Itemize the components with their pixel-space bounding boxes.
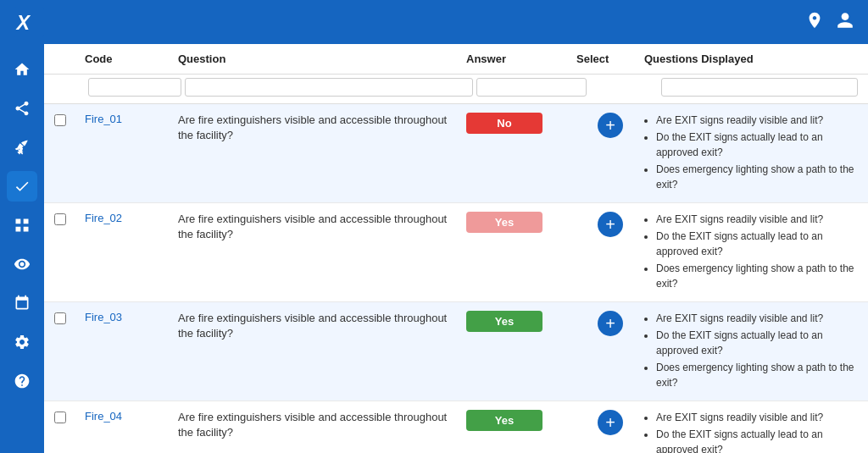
header-question: Question [178,52,466,65]
sidebar-item-calendar[interactable] [7,288,37,318]
row-questions-Fire_04: Are EXIT signs readily visible and lit?D… [644,410,858,453]
row-checkbox-col [54,410,85,423]
sidebar-item-settings[interactable] [7,327,37,357]
table-row: Fire_01 Are fire extinguishers visible a… [44,104,868,203]
row-checkbox-Fire_02[interactable] [54,213,66,225]
app-logo: X [14,7,44,37]
answer-badge-Fire_01: No [466,113,542,134]
row-question-Fire_03: Are fire extinguishers visible and acces… [178,311,466,341]
location-icon[interactable] [805,11,824,34]
sidebar [0,44,44,453]
svg-text:X: X [15,12,31,34]
row-question-Fire_04: Are fire extinguishers visible and acces… [178,410,466,440]
answer-badge-Fire_04: Yes [466,410,542,431]
row-answer-Fire_03: Yes [466,311,576,332]
sidebar-item-share[interactable] [7,93,37,124]
top-nav-icons [805,11,854,34]
filter-questions-input[interactable] [661,78,858,97]
header-checkbox-col [54,52,85,65]
answer-badge-Fire_02: Yes [466,212,542,233]
row-code-Fire_04[interactable]: Fire_04 [85,410,178,423]
top-navigation: X [0,0,868,44]
main-layout: Code Question Answer Select Questions Di… [0,44,868,453]
sidebar-item-rocket[interactable] [7,132,37,163]
row-checkbox-Fire_04[interactable] [54,412,66,423]
row-answer-Fire_04: Yes [466,410,576,431]
table-row: Fire_03 Are fire extinguishers visible a… [44,302,868,401]
row-questions-Fire_02: Are EXIT signs readily visible and lit?D… [644,212,858,293]
sidebar-item-home[interactable] [7,54,37,85]
header-answer: Answer [466,52,576,65]
answer-badge-Fire_03: Yes [466,311,542,332]
row-answer-Fire_02: Yes [466,212,576,233]
sidebar-item-check[interactable] [7,171,37,202]
row-code-Fire_03[interactable]: Fire_03 [85,311,178,323]
filter-code-input[interactable] [88,78,181,97]
row-select-Fire_01: + [576,113,644,138]
filter-row [44,75,868,104]
row-checkbox-col [54,212,85,225]
select-button-Fire_01[interactable]: + [598,113,623,138]
header-select: Select [576,52,644,65]
row-code-Fire_01[interactable]: Fire_01 [85,113,178,125]
logo-area: X [14,7,44,37]
sidebar-item-eye[interactable] [7,249,37,279]
header-questions-displayed: Questions Displayed [644,52,858,65]
row-questions-Fire_01: Are EXIT signs readily visible and lit?D… [644,113,858,194]
sidebar-item-help[interactable] [7,366,37,396]
row-code-Fire_02[interactable]: Fire_02 [85,212,178,224]
filter-answer-input[interactable] [476,78,587,97]
select-button-Fire_02[interactable]: + [598,212,623,237]
row-answer-Fire_01: No [466,113,576,134]
row-checkbox-col [54,311,85,324]
row-checkbox-col [54,113,85,126]
header-code: Code [85,52,178,65]
table-header: Code Question Answer Select Questions Di… [44,44,868,75]
row-checkbox-Fire_03[interactable] [54,312,66,324]
row-question-Fire_02: Are fire extinguishers visible and acces… [178,212,466,242]
row-select-Fire_03: + [576,311,644,336]
select-button-Fire_03[interactable]: + [598,311,623,336]
table-body: Fire_01 Are fire extinguishers visible a… [44,104,868,453]
profile-icon[interactable] [836,11,854,34]
table-row: Fire_02 Are fire extinguishers visible a… [44,203,868,302]
table-row: Fire_04 Are fire extinguishers visible a… [44,401,868,453]
sidebar-item-grid[interactable] [7,210,37,240]
main-content: Code Question Answer Select Questions Di… [44,44,868,453]
row-select-Fire_02: + [576,212,644,237]
row-questions-Fire_03: Are EXIT signs readily visible and lit?D… [644,311,858,392]
filter-question-input[interactable] [185,78,473,97]
row-checkbox-Fire_01[interactable] [54,114,66,126]
row-select-Fire_04: + [576,410,644,435]
row-question-Fire_01: Are fire extinguishers visible and acces… [178,113,466,143]
select-button-Fire_04[interactable]: + [598,410,623,435]
